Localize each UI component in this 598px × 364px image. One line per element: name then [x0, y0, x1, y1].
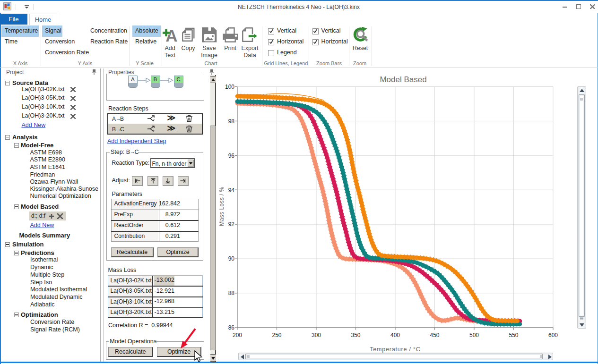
svg-text:96: 96: [228, 152, 235, 159]
svg-text:88: 88: [228, 290, 235, 296]
svg-text:94: 94: [228, 187, 235, 194]
svg-text:450: 450: [430, 332, 439, 339]
svg-text:600: 600: [548, 332, 558, 339]
svg-text:550: 550: [509, 332, 518, 339]
svg-text:250: 250: [272, 332, 281, 339]
svg-text:86: 86: [228, 324, 235, 331]
svg-text:92: 92: [228, 221, 235, 228]
svg-text:500: 500: [469, 332, 479, 339]
svg-text:400: 400: [390, 332, 400, 339]
svg-text:300: 300: [312, 332, 321, 339]
svg-text:Temperature / °C: Temperature / °C: [370, 346, 420, 353]
svg-text:200: 200: [233, 332, 242, 339]
svg-text:Model Based: Model Based: [380, 75, 426, 84]
svg-text:100: 100: [225, 84, 234, 90]
svg-text:Mass Loss / %: Mass Loss / %: [218, 186, 225, 226]
svg-text:350: 350: [351, 332, 360, 339]
svg-text:90: 90: [228, 255, 235, 262]
svg-text:98: 98: [228, 118, 235, 125]
